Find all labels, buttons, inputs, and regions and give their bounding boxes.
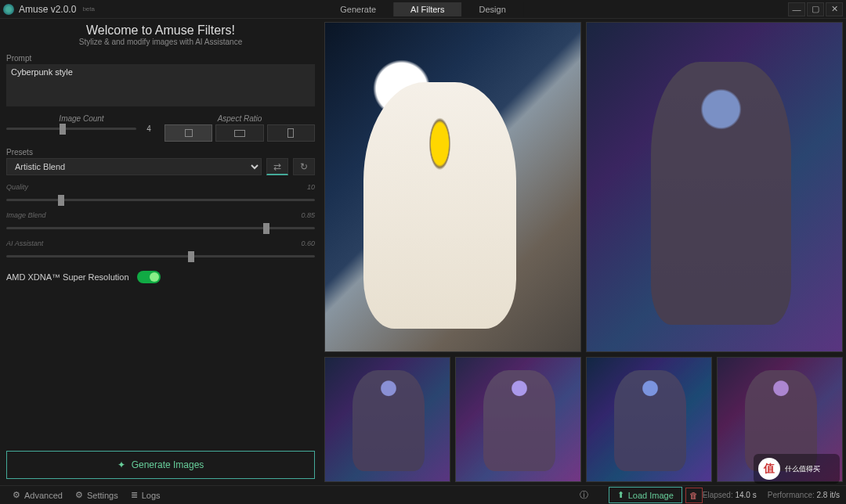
aspect-square-button[interactable] [164, 124, 212, 142]
list-icon: ≣ [131, 490, 138, 500]
aspect-landscape-button[interactable] [215, 124, 263, 142]
presets-label: Presets [6, 148, 315, 157]
result-image-preview[interactable] [586, 22, 843, 352]
tab-ai-filters[interactable]: AI Filters [393, 2, 461, 16]
advanced-button[interactable]: ⚙Advanced [6, 488, 69, 502]
app-title-group: Amuse v2.0.0 beta [3, 4, 95, 15]
ai-assistant-slider[interactable] [6, 255, 315, 257]
refresh-button[interactable]: ↻ [293, 158, 315, 175]
shuffle-button[interactable]: ⇄ [266, 158, 288, 175]
sliders-icon: ⚙ [13, 490, 20, 500]
logs-button[interactable]: ≣Logs [125, 488, 167, 502]
close-button[interactable]: ✕ [826, 2, 843, 16]
shuffle-icon: ⇄ [273, 161, 281, 172]
upload-icon: ⬆ [617, 490, 624, 500]
thumbnail-2[interactable] [455, 357, 581, 482]
source-image-preview[interactable] [324, 22, 581, 352]
preset-select[interactable]: Artistic Blend [6, 158, 262, 175]
welcome-title: Welcome to Amuse Filters! [6, 23, 315, 38]
ai-assistant-value: 0.60 [301, 239, 315, 247]
watermark: 值 什么值得买 [754, 454, 840, 484]
image-blend-value: 0.85 [301, 211, 315, 219]
watermark-text: 什么值得买 [785, 464, 820, 474]
performance-label: Performance: [768, 491, 815, 499]
beta-tag: beta [82, 5, 95, 13]
info-button[interactable]: ⓘ [573, 488, 595, 502]
delete-button[interactable]: 🗑 [685, 488, 703, 503]
generate-label: Generate Images [132, 459, 204, 470]
thumbnail-3[interactable] [586, 357, 712, 482]
quality-label: Quality [6, 183, 28, 191]
settings-button[interactable]: ⚙Settings [69, 488, 125, 502]
app-title: Amuse v2.0.0 [19, 4, 76, 15]
image-count-slider[interactable] [6, 128, 136, 130]
refresh-icon: ↻ [300, 161, 308, 172]
ai-assistant-label: AI Assistant [6, 239, 43, 247]
thumbnail-1[interactable] [324, 357, 450, 482]
quality-slider[interactable] [6, 199, 315, 201]
image-blend-label: Image Blend [6, 211, 46, 219]
trash-icon: 🗑 [689, 491, 698, 500]
super-resolution-label: AMD XDNA™ Super Resolution [6, 272, 129, 282]
image-blend-slider[interactable] [6, 227, 315, 229]
maximize-button[interactable]: ▢ [807, 2, 824, 16]
welcome-subtitle: Stylize & and modify images with AI Assi… [6, 38, 315, 46]
welcome-header: Welcome to Amuse Filters! Stylize & and … [6, 23, 315, 46]
watermark-icon: 值 [758, 458, 780, 480]
sparkle-icon: ✦ [118, 459, 125, 470]
gear-icon: ⚙ [75, 490, 83, 500]
quality-value: 10 [307, 183, 315, 191]
prompt-input[interactable] [6, 64, 315, 106]
main-area [321, 19, 846, 485]
performance-value: 2.8 it/s [817, 491, 840, 499]
super-resolution-toggle[interactable] [137, 271, 161, 283]
generate-images-button[interactable]: ✦ Generate Images [6, 451, 315, 479]
elapsed-value: 14.0 s [735, 491, 756, 499]
prompt-label: Prompt [6, 54, 315, 63]
load-image-button[interactable]: ⬆Load Image [609, 487, 682, 503]
aspect-portrait-button[interactable] [267, 124, 315, 142]
tab-generate[interactable]: Generate [323, 2, 393, 16]
aspect-ratio-label: Aspect Ratio [164, 114, 315, 123]
minimize-button[interactable]: — [788, 2, 805, 16]
footer: ⚙Advanced ⚙Settings ≣Logs ⓘ ⬆Load Image … [0, 485, 846, 504]
image-count-label: Image Count [6, 114, 157, 123]
tab-design[interactable]: Design [462, 2, 523, 16]
titlebar: Amuse v2.0.0 beta Generate AI Filters De… [0, 0, 846, 19]
info-icon: ⓘ [580, 489, 588, 501]
main-tabs: Generate AI Filters Design [323, 2, 523, 16]
sidebar: Welcome to Amuse Filters! Stylize & and … [0, 19, 321, 485]
elapsed-label: Elapsed: [703, 491, 733, 499]
app-logo-icon [3, 4, 14, 15]
image-count-value: 4 [141, 124, 157, 133]
